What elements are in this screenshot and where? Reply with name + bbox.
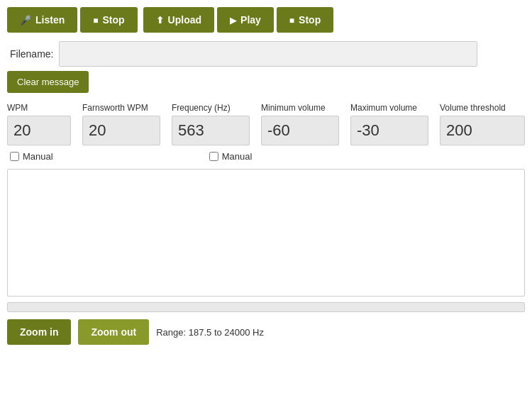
play-button[interactable]: Play	[217, 7, 274, 33]
listen-stop-group: Listen Stop	[7, 7, 138, 33]
wpm-group: WPM	[7, 103, 71, 145]
upload-icon	[156, 14, 164, 26]
max-volume-group: Maximum volume	[350, 103, 428, 145]
stop-button-left[interactable]: Stop	[80, 7, 137, 33]
stop-button-right[interactable]: Stop	[277, 7, 333, 33]
filename-label: Filename:	[10, 48, 53, 60]
min-volume-group: Minimum volume	[261, 103, 339, 145]
farnsworth-label: Farnsworth WPM	[82, 103, 160, 113]
max-volume-input[interactable]	[350, 116, 428, 145]
manual-checkbox-1[interactable]	[10, 152, 19, 161]
filename-row: Filename:	[7, 41, 525, 67]
upload-play-stop-group: Upload Play Stop	[143, 7, 334, 33]
zoom-in-button[interactable]: Zoom in	[7, 319, 71, 345]
range-text: Range: 187.5 to 24000 Hz	[156, 327, 264, 338]
play-label: Play	[240, 14, 261, 26]
min-volume-label: Minimum volume	[261, 103, 339, 113]
progress-bar-container	[7, 302, 525, 312]
frequency-input[interactable]	[172, 116, 250, 145]
manual-label-2: Manual	[222, 151, 253, 162]
stop-icon-left	[93, 14, 98, 26]
params-row: WPM Farnsworth WPM Frequency (Hz) Minimu…	[7, 103, 525, 145]
main-textarea[interactable]	[7, 169, 525, 297]
farnsworth-input[interactable]	[82, 116, 160, 145]
main-toolbar: Listen Stop Upload Play Stop	[7, 7, 525, 33]
upload-label: Upload	[168, 14, 201, 26]
zoom-in-label: Zoom in	[20, 326, 58, 338]
min-volume-input[interactable]	[261, 116, 339, 145]
zoom-out-button[interactable]: Zoom out	[78, 319, 149, 345]
mic-icon	[20, 14, 31, 26]
frequency-label: Frequency (Hz)	[172, 103, 250, 113]
clear-message-button[interactable]: Clear message	[7, 71, 89, 93]
volume-threshold-label: Volume threshold	[440, 103, 525, 113]
zoom-out-label: Zoom out	[91, 326, 136, 338]
bottom-toolbar: Zoom in Zoom out Range: 187.5 to 24000 H…	[7, 319, 525, 345]
upload-button[interactable]: Upload	[143, 7, 214, 33]
stop-label-left: Stop	[102, 14, 124, 26]
listen-button[interactable]: Listen	[7, 7, 77, 33]
manual-checkbox-2[interactable]	[209, 152, 218, 161]
clear-message-label: Clear message	[17, 77, 79, 87]
stop-label-right: Stop	[299, 14, 321, 26]
play-icon	[230, 14, 236, 26]
listen-label: Listen	[35, 14, 65, 26]
filename-input[interactable]	[59, 41, 477, 67]
wpm-label: WPM	[7, 103, 71, 113]
volume-threshold-input[interactable]	[440, 116, 525, 145]
manual-check-2[interactable]: Manual	[209, 151, 253, 162]
frequency-group: Frequency (Hz)	[172, 103, 250, 145]
manual-label-1: Manual	[23, 151, 53, 162]
volume-threshold-group: Volume threshold	[440, 103, 525, 145]
wpm-input[interactable]	[7, 116, 71, 145]
stop-icon-right	[289, 14, 294, 26]
max-volume-label: Maximum volume	[350, 103, 428, 113]
farnsworth-group: Farnsworth WPM	[82, 103, 160, 145]
manual-row: Manual Manual	[7, 151, 525, 162]
manual-check-1[interactable]: Manual	[10, 151, 53, 162]
